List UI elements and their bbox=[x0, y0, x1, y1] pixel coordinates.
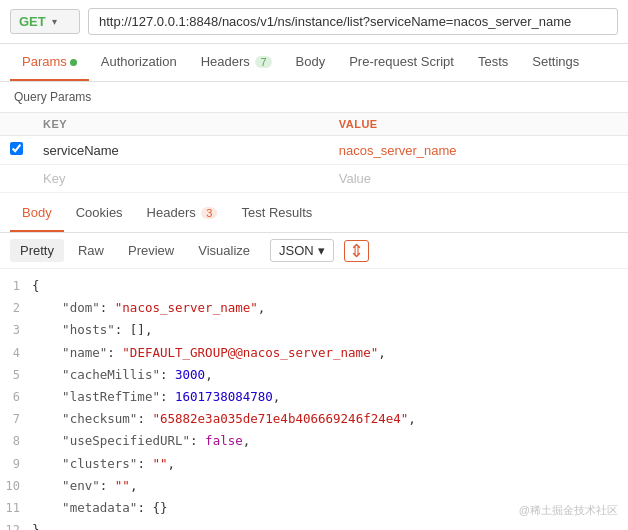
tab-test-results[interactable]: Test Results bbox=[229, 195, 324, 232]
code-line-2: 2 "dom": "nacos_server_name", bbox=[0, 297, 628, 319]
method-select[interactable]: GET ▾ bbox=[10, 9, 80, 34]
params-table: KEY VALUE serviceName nacos_server_name … bbox=[0, 112, 628, 193]
param-key[interactable]: serviceName bbox=[33, 136, 329, 165]
tab-tests[interactable]: Tests bbox=[466, 44, 520, 81]
value-placeholder: Value bbox=[339, 171, 371, 186]
tab-prerequest[interactable]: Pre-request Script bbox=[337, 44, 466, 81]
url-bar: GET ▾ bbox=[0, 0, 628, 44]
pretty-button[interactable]: Pretty bbox=[10, 239, 64, 262]
code-line-6: 6 "lastRefTime": 1601738084780, bbox=[0, 386, 628, 408]
tab-params[interactable]: Params bbox=[10, 44, 89, 81]
visualize-button[interactable]: Visualize bbox=[188, 239, 260, 262]
request-tabs-row: Params Authorization Headers 7 Body Pre-… bbox=[0, 44, 628, 82]
wrap-icon[interactable]: ⇕ bbox=[344, 240, 369, 262]
format-chevron-icon: ▾ bbox=[318, 243, 325, 258]
param-value[interactable]: nacos_server_name bbox=[329, 136, 628, 165]
row-checkbox[interactable] bbox=[0, 136, 33, 165]
code-line-5: 5 "cacheMillis": 3000, bbox=[0, 364, 628, 386]
url-input[interactable] bbox=[88, 8, 618, 35]
tab-headers[interactable]: Headers 7 bbox=[189, 44, 284, 81]
response-headers-badge: 3 bbox=[201, 207, 217, 219]
tab-response-body[interactable]: Body bbox=[10, 195, 64, 232]
format-select[interactable]: JSON ▾ bbox=[270, 239, 334, 262]
empty-checkbox-cell bbox=[0, 165, 33, 193]
code-line-7: 7 "checksum": "65882e3a035de71e4b4066692… bbox=[0, 408, 628, 430]
code-line-9: 9 "clusters": "", bbox=[0, 453, 628, 475]
code-line-3: 3 "hosts": [], bbox=[0, 319, 628, 341]
format-label: JSON bbox=[279, 243, 314, 258]
code-line-1: 1 { bbox=[0, 275, 628, 297]
code-line-4: 4 "name": "DEFAULT_GROUP@@nacos_server_n… bbox=[0, 342, 628, 364]
headers-badge: 7 bbox=[255, 56, 271, 68]
response-toolbar: Pretty Raw Preview Visualize JSON ▾ ⇕ bbox=[0, 233, 628, 269]
empty-value-cell[interactable]: Value bbox=[329, 165, 628, 193]
method-label: GET bbox=[19, 14, 46, 29]
table-row-empty: Key Value bbox=[0, 165, 628, 193]
code-line-12: 12 } bbox=[0, 519, 628, 530]
table-row: serviceName nacos_server_name bbox=[0, 136, 628, 165]
code-line-10: 10 "env": "", bbox=[0, 475, 628, 497]
tab-body[interactable]: Body bbox=[284, 44, 338, 81]
value-col-header: VALUE bbox=[329, 113, 628, 136]
empty-key-cell[interactable]: Key bbox=[33, 165, 329, 193]
params-dot bbox=[70, 59, 77, 66]
code-line-8: 8 "useSpecifiedURL": false, bbox=[0, 430, 628, 452]
response-tabs-row: Body Cookies Headers 3 Test Results bbox=[0, 195, 628, 233]
raw-button[interactable]: Raw bbox=[68, 239, 114, 262]
query-params-label: Query Params bbox=[0, 82, 628, 112]
preview-button[interactable]: Preview bbox=[118, 239, 184, 262]
code-area: 1 { 2 "dom": "nacos_server_name", 3 "hos… bbox=[0, 269, 628, 530]
tab-response-headers[interactable]: Headers 3 bbox=[135, 195, 230, 232]
tab-settings[interactable]: Settings bbox=[520, 44, 591, 81]
key-placeholder: Key bbox=[43, 171, 65, 186]
tab-cookies[interactable]: Cookies bbox=[64, 195, 135, 232]
watermark: @稀土掘金技术社区 bbox=[519, 503, 618, 518]
chevron-down-icon: ▾ bbox=[52, 16, 57, 27]
key-col-header: KEY bbox=[33, 113, 329, 136]
tab-authorization[interactable]: Authorization bbox=[89, 44, 189, 81]
param-checkbox[interactable] bbox=[10, 142, 23, 155]
checkbox-col-header bbox=[0, 113, 33, 136]
